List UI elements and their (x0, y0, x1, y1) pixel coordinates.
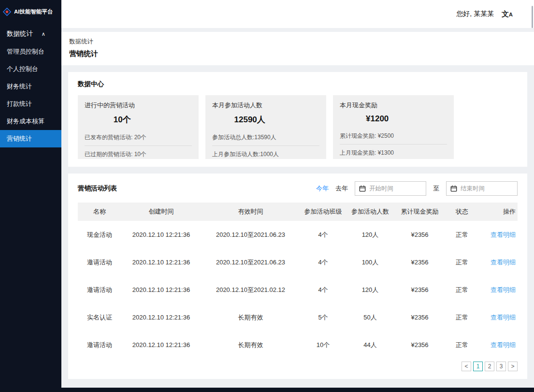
table-row: 实名认证 2020.12.10 12:21:36 长期有效 5个 50人 ¥23… (78, 304, 518, 331)
pagination-next-button[interactable]: > (508, 362, 518, 371)
cell-classes: 10个 (300, 331, 346, 359)
activity-list-header: 营销活动列表 今年 去年 (78, 181, 518, 196)
cell-valid: 长期有效 (201, 304, 300, 331)
column-header-created: 创建时间 (121, 203, 201, 221)
sidebar-item-personal-console[interactable]: 个人控制台 (0, 60, 61, 78)
cell-people: 120人 (346, 276, 394, 304)
section-title-data-center: 数据中心 (78, 80, 518, 88)
cell-valid: 2020.12.10至2021.02.12 (201, 276, 300, 304)
scrollbar-thumb[interactable] (532, 6, 533, 28)
activity-list-card: 营销活动列表 今年 去年 (68, 174, 527, 379)
stat-card-month-participants: 本月参加活动人数 12590人 参加活动总人数:13590人 上月参加活动人数:… (205, 95, 326, 159)
table-row: 邀请活动 2020.12.10 12:21:36 2020.12.10至2021… (78, 276, 518, 304)
breadcrumb: 数据统计 (69, 38, 526, 46)
stat-value: ¥1200 (340, 114, 415, 124)
pagination-page-3[interactable]: 3 (496, 362, 506, 371)
pagination-page-1[interactable]: 1 (473, 362, 483, 371)
start-date-input[interactable] (369, 185, 422, 192)
stat-sub: 累计现金奖励: ¥2500 (340, 128, 447, 145)
stat-title: 本月现金奖励 (340, 101, 447, 110)
sidebar-item-marketing-stats[interactable]: 营销统计 (0, 130, 61, 147)
cell-name: 邀请活动 (78, 331, 121, 359)
stat-title: 进行中的营销活动 (85, 101, 192, 110)
brand: AI技能智能平台 (0, 0, 61, 23)
language-icon[interactable]: 文A (502, 10, 513, 19)
stat-sub: 参加活动总人数:13590人 (212, 129, 319, 146)
start-date-box (355, 181, 426, 196)
cell-created: 2020.12.10 12:21:36 (121, 276, 201, 304)
section-title-activity-list: 营销活动列表 (78, 184, 117, 193)
column-header-status: 状态 (445, 203, 479, 221)
cell-valid: 2020.12.10至2021.06.23 (201, 248, 300, 276)
end-date-input[interactable] (461, 185, 513, 192)
sidebar-item-label: 营销统计 (7, 135, 32, 142)
cell-name: 现金活动 (78, 221, 121, 248)
cell-created: 2020.12.10 12:21:36 (121, 221, 201, 248)
cell-name: 邀请活动 (78, 276, 121, 304)
sidebar-item-payment-stats[interactable]: 打款统计 (0, 95, 61, 113)
cell-status: 正常 (445, 248, 479, 276)
stat-card-month-cash-reward: 本月现金奖励 ¥1200 累计现金奖励: ¥2500 上月现金奖励: ¥1300 (333, 95, 454, 159)
language-icon-glyph-small: A (509, 12, 513, 17)
cell-created: 2020.12.10 12:21:36 (121, 248, 201, 276)
table-row: 现金活动 2020.12.10 12:21:36 2020.12.10至2021… (78, 221, 518, 248)
sidebar-item-label: 打款统计 (7, 100, 32, 107)
stat-value: 12590人 (212, 114, 287, 125)
chevron-up-icon: ∧ (42, 31, 45, 37)
sidebar-item-admin-console[interactable]: 管理员控制台 (0, 43, 61, 60)
sidebar-item-label: 财务统计 (7, 83, 32, 90)
cell-reward: ¥2356 (394, 248, 445, 276)
cell-reward: ¥2356 (394, 221, 445, 248)
column-header-people: 参加活动人数 (346, 203, 394, 221)
stat-sub: 已发布的营销活动: 20个 (85, 129, 192, 146)
cell-reward: ¥2356 (394, 276, 445, 304)
view-detail-link[interactable]: 查看明细 (491, 231, 516, 238)
table-row: 邀请活动 2020.12.10 12:21:36 长期有效 10个 44人 ¥2… (78, 331, 518, 359)
sidebar-item-label: 管理员控制台 (7, 48, 44, 55)
pagination-page-2[interactable]: 2 (485, 362, 494, 371)
column-header-action: 操作 (479, 203, 518, 221)
stat-value: 10个 (85, 114, 159, 125)
bottom-strip (61, 388, 534, 392)
cell-reward: ¥2356 (394, 304, 445, 331)
cell-status: 正常 (445, 276, 479, 304)
column-header-classes: 参加活动班级 (300, 203, 346, 221)
sidebar-item-label: 个人控制台 (7, 65, 38, 73)
filter-last-year[interactable]: 去年 (335, 184, 348, 193)
cell-classes: 4个 (300, 276, 346, 304)
cell-classes: 4个 (300, 221, 346, 248)
list-filters: 今年 去年 至 (316, 181, 518, 196)
stat-sub: 已过期的营销活动: 10个 (85, 146, 192, 162)
page-title: 营销统计 (69, 49, 526, 58)
to-label: 至 (433, 184, 439, 193)
cell-name: 邀请活动 (78, 248, 121, 276)
cell-created: 2020.12.10 12:21:36 (121, 304, 201, 331)
cell-people: 44人 (346, 331, 394, 359)
view-detail-link[interactable]: 查看明细 (491, 341, 516, 348)
sidebar-nav: 管理员控制台 个人控制台 财务统计 打款统计 财务成本核算 营销统计 (0, 43, 61, 147)
stat-sub: 上月参加活动人数:1000人 (212, 146, 319, 162)
view-detail-link[interactable]: 查看明细 (491, 259, 516, 266)
main-area: 您好, 某某某 文A 数据统计 营销统计 数据中心 进行中的营销活动 10个 已… (61, 0, 534, 392)
brand-logo-icon (3, 8, 11, 16)
view-detail-link[interactable]: 查看明细 (491, 286, 516, 293)
pagination-prev-button[interactable]: < (462, 362, 471, 371)
calendar-icon (450, 185, 457, 192)
sidebar-section-data-stats[interactable]: 数据统计 ∧ (0, 23, 61, 43)
sidebar: AI技能智能平台 数据统计 ∧ 管理员控制台 个人控制台 财务统计 打款统计 财… (0, 0, 61, 392)
calendar-icon (359, 185, 366, 192)
cell-name: 实名认证 (78, 304, 121, 331)
sidebar-item-finance-cost[interactable]: 财务成本核算 (0, 113, 61, 130)
language-icon-glyph: 文 (502, 10, 509, 18)
table-row: 邀请活动 2020.12.10 12:21:36 2020.12.10至2021… (78, 248, 518, 276)
stat-title: 本月参加活动人数 (212, 101, 319, 110)
filter-this-year[interactable]: 今年 (316, 184, 329, 193)
sidebar-item-finance-stats[interactable]: 财务统计 (0, 78, 61, 95)
cell-people: 50人 (346, 304, 394, 331)
sidebar-item-label: 财务成本核算 (7, 117, 44, 125)
cell-status: 正常 (445, 331, 479, 359)
cell-classes: 5个 (300, 304, 346, 331)
sidebar-section-label: 数据统计 (7, 30, 33, 37)
view-detail-link[interactable]: 查看明细 (491, 314, 516, 321)
cell-reward: ¥2356 (394, 331, 445, 359)
